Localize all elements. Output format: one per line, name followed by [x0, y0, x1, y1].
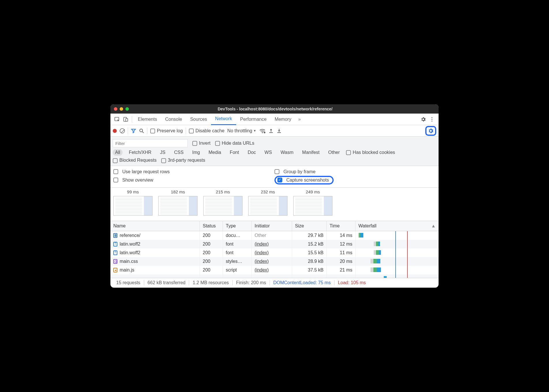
tab-console[interactable]: Console: [161, 114, 186, 125]
capture-screenshots-checkbox[interactable]: Capture screenshots: [274, 176, 334, 184]
col-waterfall[interactable]: Waterfall▲: [356, 221, 439, 231]
type-filter-doc[interactable]: Doc: [245, 149, 258, 156]
separator: [132, 116, 132, 122]
has-blocked-cookies-checkbox[interactable]: Has blocked cookies: [346, 150, 395, 155]
request-initiator[interactable]: (index): [255, 259, 269, 264]
chevron-down-icon: ▼: [253, 129, 256, 132]
settings-gear-icon[interactable]: [419, 115, 428, 124]
more-tabs-icon[interactable]: »: [295, 117, 304, 122]
minimize-window-icon[interactable]: [120, 107, 123, 111]
table-row[interactable]: main.js200script(index)37.5 kB21 ms: [110, 266, 439, 274]
tab-elements[interactable]: Elements: [134, 114, 161, 125]
status-requests: 15 requests: [113, 280, 144, 285]
svg-point-7: [262, 133, 263, 133]
separator: [186, 128, 186, 134]
type-filter-other[interactable]: Other: [326, 149, 342, 156]
request-name: latin.woff2: [120, 250, 140, 255]
filmstrip-frame[interactable]: 232 ms: [245, 189, 290, 216]
waterfall-cell: [356, 257, 439, 266]
large-rows-checkbox[interactable]: Use large request rows: [113, 168, 274, 176]
svg-point-6: [140, 129, 143, 132]
type-filter-img[interactable]: Img: [190, 149, 202, 156]
request-status: 200: [200, 266, 223, 274]
inspect-icon[interactable]: [113, 115, 121, 124]
filmstrip-frame[interactable]: 215 ms: [200, 189, 245, 216]
request-initiator: Other: [255, 233, 266, 238]
type-filter-js[interactable]: JS: [158, 149, 168, 156]
tab-network[interactable]: Network: [211, 114, 236, 125]
import-har-icon[interactable]: [268, 128, 274, 133]
dcl-marker-line: [395, 266, 396, 274]
col-initiator[interactable]: Initiator: [252, 221, 292, 231]
filmstrip-frame[interactable]: 249 ms: [290, 189, 335, 216]
tab-performance[interactable]: Performance: [236, 114, 271, 125]
type-filter-manifest[interactable]: Manifest: [300, 149, 322, 156]
export-har-icon[interactable]: [277, 128, 282, 133]
blocked-requests-checkbox[interactable]: Blocked Requests: [113, 158, 157, 163]
group-by-frame-checkbox[interactable]: Group by frame: [274, 168, 436, 176]
filmstrip-frame[interactable]: 182 ms: [155, 189, 200, 216]
table-row[interactable]: main.css200styles…(index)28.9 kB20 ms: [110, 257, 439, 266]
load-marker-line: [407, 248, 408, 257]
filmstrip-thumbnail: [248, 196, 287, 216]
waterfall-cell: [356, 248, 439, 257]
record-button[interactable]: [113, 129, 117, 133]
zoom-window-icon[interactable]: [125, 107, 129, 111]
status-finish: Finish: 200 ms: [233, 280, 270, 285]
request-size: 15.5 kB: [292, 248, 327, 257]
col-type[interactable]: Type: [223, 221, 252, 231]
filter-bar: Invert Hide data URLs AllFetch/XHRJSCSSI…: [110, 137, 439, 166]
type-filter-fetch-xhr[interactable]: Fetch/XHR: [127, 149, 154, 156]
request-initiator[interactable]: (index): [255, 250, 269, 255]
traffic-lights: [114, 107, 129, 111]
third-party-label: 3rd-party requests: [168, 158, 205, 163]
preserve-log-checkbox[interactable]: Preserve log: [150, 128, 183, 133]
third-party-checkbox[interactable]: 3rd-party requests: [161, 158, 205, 163]
waterfall-cell: [356, 240, 439, 248]
invert-checkbox[interactable]: Invert: [192, 141, 210, 146]
throttling-value: No throttling: [227, 128, 252, 133]
request-type: font: [223, 248, 252, 257]
kebab-menu-icon[interactable]: [428, 115, 436, 124]
request-size: 29.7 kB: [292, 231, 327, 240]
file-type-icon: [113, 268, 117, 272]
clear-button[interactable]: [120, 128, 125, 133]
table-row[interactable]: latin.woff2200font(index)15.2 kB12 ms: [110, 240, 439, 248]
tab-memory[interactable]: Memory: [270, 114, 295, 125]
type-filter-wasm[interactable]: Wasm: [278, 149, 296, 156]
svg-rect-2: [126, 118, 128, 121]
filmstrip-timestamp: 249 ms: [290, 189, 335, 196]
load-marker-line: [407, 231, 408, 240]
type-filter-css[interactable]: CSS: [172, 149, 186, 156]
tab-sources[interactable]: Sources: [186, 114, 211, 125]
filter-input[interactable]: [113, 139, 188, 147]
close-window-icon[interactable]: [114, 107, 117, 111]
col-size[interactable]: Size: [292, 221, 327, 231]
network-settings-pane: Use large request rows Group by frame Sh…: [110, 166, 439, 188]
request-initiator[interactable]: (index): [255, 267, 269, 272]
filmstrip-frame[interactable]: 99 ms: [110, 189, 155, 216]
type-filter-ws[interactable]: WS: [262, 149, 274, 156]
waterfall-cell: [356, 231, 439, 240]
throttling-select[interactable]: No throttling ▼: [227, 128, 256, 133]
filter-toggle-icon[interactable]: [131, 128, 136, 133]
disable-cache-checkbox[interactable]: Disable cache: [189, 128, 225, 133]
table-row[interactable]: reference/200docu…Other29.7 kB14 ms: [110, 231, 439, 240]
file-type-icon: [113, 242, 117, 246]
col-status[interactable]: Status: [200, 221, 223, 231]
col-time[interactable]: Time: [327, 221, 356, 231]
show-overview-checkbox[interactable]: Show overview: [113, 176, 274, 184]
type-filter-all[interactable]: All: [113, 149, 123, 156]
filmstrip: 99 ms182 ms215 ms232 ms249 ms: [110, 188, 439, 221]
disable-cache-label: Disable cache: [195, 128, 225, 133]
col-name[interactable]: Name: [110, 221, 200, 231]
request-initiator[interactable]: (index): [255, 242, 269, 246]
type-filter-font[interactable]: Font: [228, 149, 241, 156]
search-icon[interactable]: [139, 128, 144, 133]
network-conditions-icon[interactable]: [259, 128, 266, 133]
network-settings-gear-icon[interactable]: [425, 126, 436, 136]
hide-data-urls-checkbox[interactable]: Hide data URLs: [215, 141, 254, 146]
device-toolbar-icon[interactable]: [121, 115, 130, 124]
table-row[interactable]: latin.woff2200font(index)15.5 kB11 ms: [110, 248, 439, 257]
type-filter-media[interactable]: Media: [206, 149, 223, 156]
